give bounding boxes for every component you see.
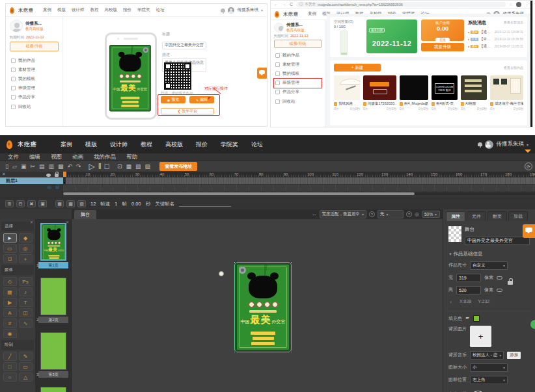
effect-select[interactable]: 无 bbox=[377, 210, 404, 218]
tool-icon[interactable]: A bbox=[3, 308, 17, 317]
resize-handle[interactable] bbox=[290, 351, 292, 353]
fit-width-icon[interactable]: ↔ bbox=[312, 211, 317, 217]
menubar-item[interactable]: 帮助 bbox=[126, 153, 137, 161]
sidebar-menu-item[interactable]: 作品分享 bbox=[274, 88, 322, 97]
editor-nav-item[interactable]: 教程 bbox=[141, 140, 152, 149]
top-nav-item[interactable]: 高校版 bbox=[105, 7, 118, 13]
zoom-select[interactable]: 50% bbox=[422, 211, 440, 218]
tool-icon[interactable]: Ps bbox=[19, 277, 33, 286]
tool-icon[interactable]: ╱ bbox=[3, 352, 17, 361]
reload-icon[interactable]: C bbox=[290, 2, 293, 7]
help-icon[interactable]: ? bbox=[369, 211, 375, 217]
eyedropper-icon[interactable]: ✒ bbox=[465, 315, 470, 321]
sidebar-menu-item[interactable]: 班级管理 bbox=[10, 84, 59, 93]
tool-icon[interactable]: ◆ bbox=[19, 233, 33, 242]
layer-label[interactable]: 图层1 bbox=[0, 177, 63, 184]
view-all-messages-link[interactable]: 查看全部消息 bbox=[504, 20, 523, 24]
tool-icon[interactable]: ＋ bbox=[19, 254, 33, 263]
work-card[interactable]: 成语填空-梅兰竹菊 0次0分0秒 bbox=[490, 75, 523, 111]
tool-icon[interactable]: ▶ bbox=[3, 298, 17, 307]
toolbar-icon[interactable]: ▧ bbox=[135, 164, 141, 170]
menubar-item[interactable]: 文件 bbox=[8, 153, 19, 161]
user-name[interactable]: 传播系朱琪 bbox=[496, 140, 524, 148]
tool-icon[interactable]: ▭ bbox=[19, 362, 33, 371]
transport-icon[interactable]: ‖ bbox=[98, 163, 102, 170]
tool-icon[interactable]: ∿ bbox=[19, 319, 33, 328]
empty-layer-row[interactable] bbox=[63, 185, 535, 191]
work-card[interactable]: AI相册 0次0分0秒 bbox=[461, 75, 487, 111]
menubar-item[interactable]: 编辑 bbox=[29, 153, 40, 161]
scrollbar-thumb[interactable] bbox=[63, 192, 415, 195]
page-item-1[interactable]: 中国最美外交官 1第1页 bbox=[36, 223, 71, 268]
forward-icon[interactable]: → bbox=[282, 2, 286, 7]
playhead[interactable] bbox=[63, 172, 66, 177]
tool-icon[interactable]: ▭ bbox=[3, 244, 17, 253]
help-icon[interactable]: ? bbox=[406, 211, 412, 217]
section-basic-info[interactable]: 作品基础信息 bbox=[443, 251, 535, 257]
menubar-item[interactable]: 视图 bbox=[51, 153, 62, 161]
tool-icon[interactable]: ◎ bbox=[19, 244, 33, 253]
sidebar-menu-item[interactable]: 我的模板 bbox=[274, 69, 322, 78]
toolbar-icon[interactable]: ✂ bbox=[30, 164, 35, 170]
toolbar-icon[interactable]: ↷ bbox=[76, 164, 81, 170]
top-nav-item[interactable]: 设计师 bbox=[72, 7, 85, 13]
top-nav-item[interactable]: 教程 bbox=[90, 7, 99, 13]
sidebar-menu-item[interactable]: 素材管理 bbox=[10, 65, 59, 74]
sidebar-menu-item[interactable]: 素材管理 bbox=[274, 60, 322, 69]
tool-icon[interactable]: ◇ bbox=[3, 277, 17, 286]
toolbar-icon[interactable]: ▯ bbox=[5, 164, 8, 170]
tool-icon[interactable]: ○ bbox=[3, 372, 17, 382]
tab-components[interactable]: 元件 bbox=[467, 211, 486, 221]
tab-pageflip[interactable]: 翻页 bbox=[487, 211, 507, 221]
fit-mode-select[interactable]: 宽度适配，垂直居中 bbox=[320, 210, 367, 218]
avatar[interactable] bbox=[485, 140, 493, 149]
preview-button[interactable]: ◉预览 bbox=[161, 96, 185, 103]
browser-menu-icon[interactable]: ⋮ bbox=[525, 2, 529, 7]
page-thumbnail[interactable] bbox=[40, 332, 66, 370]
add-bg-image-button[interactable]: + bbox=[470, 326, 491, 347]
top-nav-item[interactable]: 案例 bbox=[43, 7, 51, 13]
page-label[interactable]: 第1页 bbox=[38, 262, 68, 268]
sidebar-menu-item[interactable]: 班级管理 bbox=[274, 79, 322, 88]
top-nav-item[interactable]: 论坛 bbox=[156, 7, 165, 13]
onion-toggle-icon[interactable]: ▩ bbox=[66, 200, 75, 207]
tool-icon[interactable]: T bbox=[19, 298, 33, 307]
tool-group-select[interactable]: 选择 bbox=[1, 222, 34, 231]
brand-name[interactable]: 木疙瘩 bbox=[283, 11, 299, 18]
toolbar-icon[interactable]: ▥ bbox=[48, 164, 54, 170]
page-item-4[interactable] bbox=[36, 387, 71, 392]
zoom-icon[interactable]: ◎ bbox=[415, 211, 419, 217]
address-bar[interactable]: ⓘ 不安全 mugeda.com/workbench_new.php?ts=15… bbox=[296, 2, 506, 7]
chat-widget[interactable] bbox=[257, 68, 267, 79]
back-icon[interactable]: ← bbox=[274, 2, 279, 7]
editor-nav-item[interactable]: 案例 bbox=[61, 140, 72, 149]
frame-tool-icon[interactable]: ⊟ bbox=[16, 200, 25, 207]
aspect-lock-icon[interactable] bbox=[508, 281, 513, 285]
tool-icon[interactable]: ◉ bbox=[3, 329, 17, 338]
editor-nav-item[interactable]: 设计师 bbox=[110, 140, 128, 149]
page-item-3[interactable]: 3第3页 bbox=[36, 332, 71, 378]
tool-group-draw[interactable]: 绘制 bbox=[1, 340, 34, 350]
browser-profile-icon[interactable] bbox=[516, 2, 521, 7]
transport-icon[interactable]: ▷ bbox=[89, 163, 95, 170]
upgrade-button[interactable]: 我要升级 bbox=[421, 43, 464, 51]
message-item[interactable]: 常见 【常见问题】2019年木疙瘩产品商... 2019-12-19 16:36… bbox=[468, 36, 523, 43]
message-item[interactable]: 通知 【通知】20191231木疙瘩版本更... 2019-12-31 10:0… bbox=[468, 29, 523, 36]
tool-icon[interactable]: ► bbox=[3, 233, 17, 242]
stage-name-input[interactable] bbox=[465, 237, 530, 245]
editor-nav-item[interactable]: 报价 bbox=[196, 140, 208, 149]
transport-icon[interactable]: □ bbox=[105, 163, 109, 170]
panel-close-icon[interactable]: ✕ bbox=[30, 220, 33, 224]
timeline-close-icon[interactable]: ✕ bbox=[2, 172, 6, 177]
title-input[interactable] bbox=[162, 42, 206, 49]
top-nav-item[interactable]: 报价 bbox=[123, 7, 131, 13]
tool-icon[interactable]: ✎ bbox=[19, 352, 33, 361]
tool-icon[interactable]: ♪ bbox=[19, 287, 33, 296]
fill-color-swatch[interactable] bbox=[473, 315, 480, 322]
resize-handle[interactable] bbox=[290, 261, 292, 263]
toolbar-icon[interactable]: ▨ bbox=[145, 164, 151, 170]
stage-tab[interactable]: 舞台 bbox=[74, 210, 96, 219]
editor-nav-item[interactable]: 模版 bbox=[85, 140, 97, 149]
size-select[interactable]: 自定义 bbox=[470, 261, 508, 270]
user-name[interactable]: 传播系朱琪 bbox=[237, 7, 258, 13]
